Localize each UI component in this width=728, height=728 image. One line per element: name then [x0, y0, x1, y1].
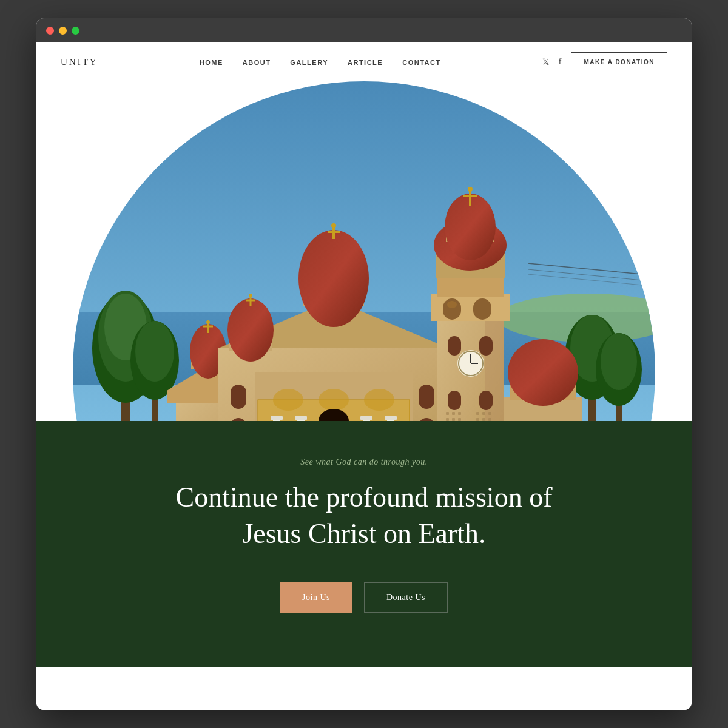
- svg-rect-87: [452, 418, 455, 421]
- svg-rect-51: [271, 416, 283, 420]
- hero-section: See what God can do through you. Continu…: [36, 81, 692, 710]
- svg-point-17: [601, 333, 637, 390]
- svg-rect-82: [479, 391, 493, 410]
- svg-rect-86: [446, 418, 449, 421]
- browser-window: UNITY HOME ABOUT GALLERY ARTICLE CONTACT: [36, 18, 692, 710]
- heading-line-2: Jesus Christ on Earth.: [242, 518, 485, 549]
- svg-rect-67: [437, 275, 504, 297]
- join-us-button[interactable]: Join Us: [280, 582, 352, 613]
- svg-point-74: [468, 187, 473, 192]
- nav-links: HOME ABOUT GALLERY ARTICLE CONTACT: [200, 56, 441, 67]
- heading-line-1: Continue the profound mission of: [176, 482, 553, 513]
- svg-rect-65: [473, 298, 491, 320]
- svg-rect-83: [446, 412, 449, 415]
- svg-rect-63: [431, 294, 510, 321]
- site-logo[interactable]: UNITY: [61, 57, 98, 67]
- nav-link-contact[interactable]: CONTACT: [402, 59, 440, 66]
- main-heading: Continue the profound mission of Jesus C…: [146, 479, 582, 552]
- hero-circle-mask: [73, 81, 655, 421]
- svg-point-33: [298, 230, 369, 327]
- svg-point-46: [364, 389, 394, 411]
- svg-point-11: [135, 321, 174, 382]
- svg-rect-92: [476, 418, 479, 421]
- svg-rect-58: [419, 385, 434, 409]
- svg-rect-79: [448, 336, 461, 356]
- subtitle-text: See what God can do through you.: [61, 457, 667, 467]
- nav-item-contact[interactable]: CONTACT: [402, 56, 440, 67]
- svg-rect-90: [482, 412, 485, 415]
- church-illustration: [73, 81, 655, 421]
- svg-rect-88: [458, 418, 461, 421]
- nav-link-article[interactable]: ARTICLE: [348, 59, 383, 66]
- svg-point-45: [318, 389, 349, 411]
- svg-rect-80: [479, 336, 493, 356]
- navbar: UNITY HOME ABOUT GALLERY ARTICLE CONTACT: [36, 42, 692, 81]
- nav-right: 𝕏 f MAKE A DONATION: [542, 52, 667, 72]
- nav-item-gallery[interactable]: GALLERY: [290, 56, 328, 67]
- svg-rect-89: [476, 412, 479, 415]
- nav-link-home[interactable]: HOME: [200, 59, 223, 66]
- svg-rect-85: [458, 412, 461, 415]
- svg-rect-53: [360, 416, 372, 420]
- svg-rect-84: [452, 412, 455, 415]
- svg-point-97: [508, 339, 578, 406]
- nav-item-article[interactable]: ARTICLE: [348, 56, 383, 67]
- site-content: UNITY HOME ABOUT GALLERY ARTICLE CONTACT: [36, 42, 692, 710]
- nav-item-home[interactable]: HOME: [200, 56, 223, 67]
- svg-point-38: [228, 298, 274, 362]
- cta-buttons: Join Us Donate Us: [61, 582, 667, 613]
- facebook-icon[interactable]: f: [559, 57, 562, 67]
- svg-point-28: [206, 320, 210, 324]
- svg-point-36: [331, 223, 336, 228]
- traffic-light-fullscreen[interactable]: [72, 27, 79, 35]
- traffic-light-close[interactable]: [46, 27, 54, 35]
- donate-us-button[interactable]: Donate Us: [364, 582, 448, 613]
- svg-rect-93: [482, 418, 485, 421]
- svg-point-66: [447, 301, 457, 308]
- svg-rect-54: [385, 416, 397, 420]
- twitter-icon[interactable]: 𝕏: [542, 57, 549, 67]
- make-donation-button[interactable]: MAKE A DONATION: [571, 52, 667, 72]
- svg-rect-81: [448, 391, 461, 410]
- traffic-light-minimize[interactable]: [59, 27, 67, 35]
- dark-section: See what God can do through you. Continu…: [36, 421, 692, 667]
- hero-image-container: [36, 81, 692, 421]
- nav-link-about[interactable]: ABOUT: [243, 59, 271, 66]
- browser-chrome: [36, 18, 692, 42]
- nav-item-about[interactable]: ABOUT: [243, 56, 271, 67]
- svg-point-41: [249, 294, 252, 297]
- svg-rect-91: [488, 412, 491, 415]
- nav-link-gallery[interactable]: GALLERY: [290, 59, 328, 66]
- svg-rect-52: [295, 416, 307, 420]
- svg-rect-57: [231, 385, 246, 409]
- svg-rect-94: [488, 418, 491, 421]
- svg-point-44: [273, 389, 303, 411]
